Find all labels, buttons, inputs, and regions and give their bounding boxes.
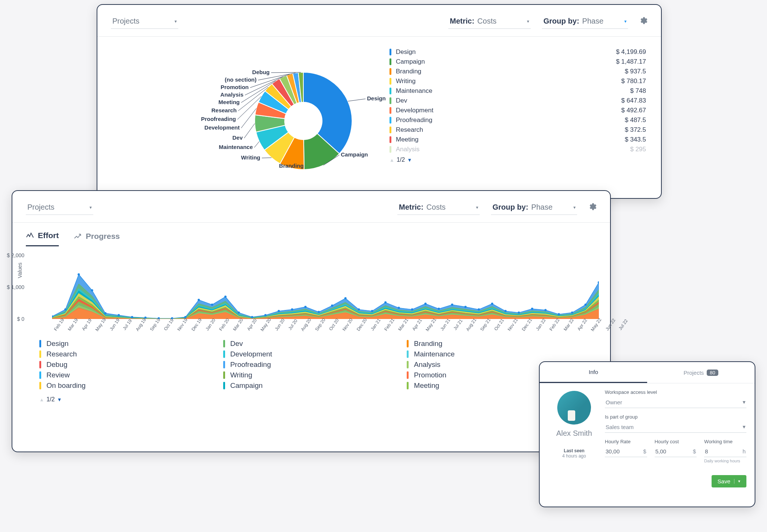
row-name: Branding — [396, 68, 421, 75]
svg-point-29 — [64, 308, 67, 311]
svg-point-34 — [131, 316, 133, 318]
svg-point-66 — [558, 313, 560, 315]
legend-item[interactable]: Debug — [39, 359, 216, 370]
access-level-select[interactable]: Owner ▾ — [605, 397, 746, 408]
legend-item-label: Development — [230, 350, 272, 358]
svg-line-10 — [244, 124, 255, 138]
legend-item[interactable]: Review — [39, 370, 216, 380]
svg-text:Design: Design — [367, 95, 386, 101]
legend-item[interactable]: Maintenance — [407, 349, 583, 359]
metric-label: Metric: — [399, 203, 424, 212]
svg-point-52 — [371, 310, 373, 312]
cost-table-row: Design$ 4,199.69 — [389, 47, 646, 57]
legend-item[interactable]: Research — [39, 349, 216, 359]
legend-pager[interactable]: ▲ 1/2 ▼ — [39, 396, 583, 403]
groupby-selector[interactable]: Group by: Phase ▾ — [542, 14, 628, 29]
svg-point-40 — [211, 304, 213, 306]
settings-button[interactable] — [639, 16, 648, 27]
svg-text:Meeting: Meeting — [218, 99, 240, 105]
svg-point-58 — [451, 304, 453, 306]
metric-selector[interactable]: Metric: Costs ▾ — [397, 200, 480, 215]
svg-point-49 — [331, 304, 333, 307]
legend-item-label: Review — [46, 371, 70, 379]
group-label: Is part of group — [605, 414, 746, 420]
pager-prev-icon[interactable]: ▲ — [39, 397, 44, 402]
save-button-label: Save — [718, 478, 730, 484]
projects-selector[interactable]: Projects ▾ — [111, 14, 178, 29]
color-swatch — [389, 136, 391, 143]
cost-table-row: Branding$ 937.5 — [389, 67, 646, 76]
table-pager[interactable]: ▲1/2▼ — [389, 156, 646, 163]
row-value: $ 492.67 — [621, 107, 646, 114]
color-swatch — [407, 350, 409, 358]
svg-line-8 — [254, 142, 259, 148]
caret-down-icon: ▾ — [476, 205, 478, 210]
svg-point-39 — [198, 299, 200, 301]
tab-projects[interactable]: Projects 80 — [647, 362, 755, 383]
row-name: Analysis — [396, 146, 419, 153]
legend-item[interactable]: Proofreading — [223, 359, 400, 370]
working-time-input[interactable]: 8 h — [704, 447, 746, 457]
color-swatch — [223, 340, 225, 347]
groupby-value: Phase — [531, 203, 553, 212]
color-swatch — [389, 107, 391, 114]
row-name: Maintenance — [396, 87, 432, 95]
legend-item[interactable]: On boarding — [39, 380, 216, 391]
color-swatch — [223, 382, 225, 389]
access-level-value: Owner — [606, 399, 622, 405]
save-button[interactable]: Save ▾ — [712, 475, 746, 487]
color-swatch — [389, 49, 391, 55]
tab-projects-label: Projects — [683, 370, 704, 376]
groupby-selector[interactable]: Group by: Phase ▾ — [491, 200, 577, 215]
legend-item[interactable]: Branding — [407, 338, 583, 349]
x-tick: Jun 22 — [604, 317, 616, 332]
caret-down-icon: ▾ — [527, 19, 529, 24]
legend-item-label: Promotion — [414, 371, 446, 379]
pager-prev-icon[interactable]: ▲ — [389, 157, 394, 163]
last-seen-value: 4 hours ago — [548, 453, 600, 459]
tab-info[interactable]: Info — [540, 362, 647, 383]
projects-selector[interactable]: Projects ▾ — [26, 200, 93, 215]
row-name: Research — [396, 126, 423, 134]
svg-point-46 — [291, 308, 293, 311]
pager-next-icon[interactable]: ▼ — [407, 157, 412, 163]
tab-progress[interactable]: Progress — [74, 231, 120, 246]
legend-item-label: Maintenance — [414, 350, 455, 358]
caret-down-icon: ▾ — [743, 423, 746, 430]
row-name: Dev — [396, 97, 407, 104]
metric-selector[interactable]: Metric: Costs ▾ — [448, 14, 531, 29]
row-value: $ 4,199.69 — [616, 48, 646, 56]
legend-item[interactable]: Writing — [223, 370, 400, 380]
gear-icon — [639, 16, 648, 25]
svg-text:Debug: Debug — [252, 69, 270, 75]
cost-table-row: Campaign$ 1,487.17 — [389, 57, 646, 67]
legend-item-label: Research — [46, 350, 77, 358]
row-value: $ 647.83 — [621, 97, 646, 104]
tab-effort[interactable]: Effort — [26, 231, 59, 246]
svg-point-55 — [411, 308, 413, 311]
legend-item[interactable]: Development — [223, 349, 400, 359]
legend-item[interactable]: Campaign — [223, 380, 400, 391]
profile-name: Alex Smith — [548, 429, 600, 438]
hourly-cost-input[interactable]: 5,00 $ — [655, 447, 697, 457]
cost-table: Design$ 4,199.69Campaign$ 1,487.17Brandi… — [389, 44, 646, 186]
color-swatch — [389, 117, 391, 124]
legend-item[interactable]: Dev — [223, 338, 400, 349]
legend-item-label: Analysis — [414, 361, 440, 369]
svg-text:Branding: Branding — [279, 162, 304, 169]
svg-point-54 — [398, 307, 400, 309]
working-time-unit: h — [743, 448, 746, 455]
svg-point-68 — [584, 304, 586, 306]
pager-next-icon[interactable]: ▼ — [57, 397, 62, 402]
legend-item[interactable]: Design — [39, 338, 216, 349]
svg-line-6 — [262, 158, 272, 158]
color-swatch — [389, 88, 391, 94]
svg-point-65 — [545, 309, 547, 311]
color-swatch — [407, 361, 409, 368]
group-select[interactable]: Sales team ▾ — [605, 422, 746, 433]
groupby-label: Group by: — [492, 203, 528, 212]
color-swatch — [39, 382, 41, 389]
hourly-rate-input[interactable]: 30,00 $ — [605, 447, 647, 457]
settings-button[interactable] — [588, 202, 597, 213]
caret-down-icon: ▾ — [175, 19, 177, 24]
